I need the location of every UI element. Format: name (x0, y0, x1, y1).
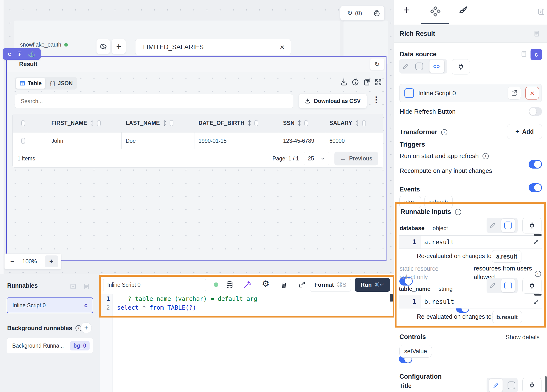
sort-icon[interactable] (247, 120, 252, 126)
run-button[interactable]: Run ⌘↵ (355, 278, 390, 292)
search-input[interactable] (15, 94, 293, 108)
copy-result-icon[interactable] (363, 79, 370, 86)
expression-value[interactable]: a.result (421, 236, 530, 249)
maximize-icon[interactable] (375, 79, 382, 86)
expand-expression-button[interactable] (530, 236, 542, 249)
static-mode-icon[interactable] (402, 63, 409, 70)
delete-script-icon[interactable] (280, 281, 287, 288)
control-chip-setvalue[interactable]: setValue (399, 345, 432, 358)
column-header[interactable]: DATE_OF_BIRTH (198, 120, 245, 126)
result-panel[interactable]: Result ↻ Table { } JSON (6, 56, 386, 261)
toggle-visibility-button[interactable] (96, 39, 110, 54)
expand-expression-button[interactable] (530, 295, 542, 308)
code-line-1[interactable]: -- ? table_name (varchar) = default arg (117, 295, 257, 302)
docs-icon[interactable] (533, 30, 540, 37)
input-expression-editor[interactable]: 1 a.result (399, 235, 542, 249)
info-icon[interactable] (352, 79, 359, 86)
event-chip-start[interactable]: start (399, 196, 421, 208)
script-name-input[interactable] (103, 279, 206, 291)
column-header[interactable]: LAST_NAME (126, 120, 160, 126)
info-icon[interactable]: i (535, 271, 541, 277)
code-line-2[interactable]: select * from TABLE(?) (117, 304, 196, 311)
clear-input-icon[interactable]: × (274, 42, 291, 52)
event-chip-refresh[interactable]: refresh (424, 196, 453, 208)
function-mode-icon-active[interactable] (501, 279, 515, 292)
dependency-chip[interactable]: a.result (492, 250, 521, 263)
move-down-icon[interactable] (16, 51, 22, 57)
settings-gear-icon[interactable]: ⚙ (262, 280, 269, 288)
download-icon[interactable] (340, 79, 348, 86)
sort-icon[interactable] (90, 120, 94, 126)
editor-scrollbar-thumb[interactable] (390, 294, 393, 302)
expand-editor-icon[interactable] (298, 281, 306, 288)
column-header[interactable]: FIRST_NAME (51, 120, 87, 126)
docs-icon[interactable] (83, 283, 90, 290)
connection-label[interactable]: snowflake_oauth (20, 41, 68, 48)
more-options-icon[interactable]: ⋮ (372, 95, 380, 104)
info-icon[interactable]: i (441, 129, 447, 135)
connect-resource-button[interactable] (522, 278, 541, 294)
function-mode-icon[interactable] (415, 62, 423, 70)
info-icon[interactable]: i (455, 209, 461, 215)
previous-page-button[interactable]: ← Previous (335, 152, 378, 165)
tab-components-icon[interactable] (430, 6, 441, 17)
expression-value[interactable]: b.result (421, 295, 530, 308)
zoom-out-button[interactable]: − (10, 257, 14, 265)
table-row[interactable]: John Doe 1990-01-15 123-45-6789 60000 (13, 133, 383, 149)
column-checkbox[interactable] (97, 120, 101, 126)
tab-json[interactable]: { } JSON (46, 78, 76, 88)
refresh-count-button[interactable]: ↻ (0) (340, 10, 369, 16)
anchor-icon[interactable]: ⚓ (28, 51, 35, 57)
sort-icon[interactable] (297, 120, 301, 126)
remove-script-button[interactable]: × (525, 87, 539, 100)
recompute-toggle[interactable] (529, 183, 542, 192)
run-on-start-toggle[interactable] (529, 160, 542, 169)
connect-resource-button[interactable] (452, 59, 470, 74)
open-script-button[interactable] (508, 87, 521, 100)
function-mode-icon-active[interactable] (501, 219, 515, 232)
sort-icon[interactable] (355, 120, 359, 126)
zoom-in-button[interactable]: + (45, 256, 58, 267)
ai-assist-icon[interactable] (243, 281, 251, 289)
function-mode-icon[interactable] (508, 381, 515, 389)
static-mode-icon-active[interactable] (489, 379, 503, 392)
history-button[interactable] (369, 10, 384, 17)
static-mode-icon[interactable] (489, 222, 496, 229)
docs-icon[interactable] (520, 51, 527, 57)
hide-refresh-toggle[interactable] (529, 107, 542, 116)
add-transformer-button[interactable]: + Add (507, 124, 542, 139)
code-mode-icon-active[interactable]: <> (430, 60, 444, 73)
column-checkbox[interactable] (254, 120, 258, 126)
column-checkbox[interactable] (170, 120, 173, 126)
format-button[interactable]: Format ⌘S (310, 278, 351, 292)
column-checkbox[interactable] (304, 120, 308, 126)
tab-add-component[interactable]: + (403, 3, 410, 16)
download-csv-button[interactable]: Download as CSV (299, 94, 367, 108)
column-header[interactable]: SALARY (329, 120, 352, 126)
inline-script-row[interactable]: Inline Script 0 × (399, 84, 542, 102)
row-checkbox[interactable] (21, 138, 25, 144)
runnable-item-selected[interactable]: Inline Script 0 c (7, 297, 93, 313)
connect-resource-button[interactable] (522, 218, 541, 233)
background-runnable-item[interactable]: Background Runna... bg_0 (7, 338, 93, 353)
collapse-panel-icon[interactable] (538, 8, 545, 15)
static-mode-icon[interactable] (489, 282, 496, 289)
sort-icon[interactable] (163, 120, 167, 126)
inspector-scrollbar-thumb[interactable] (545, 376, 547, 392)
result-refresh-button[interactable]: ↻ (370, 59, 384, 70)
add-background-runnable-button[interactable]: + (81, 322, 92, 333)
page-size-select[interactable]: 25 (304, 152, 329, 165)
info-icon[interactable]: i (483, 153, 489, 159)
connect-resource-button[interactable] (522, 378, 541, 392)
table-name-input[interactable] (136, 43, 274, 51)
dependency-chip[interactable]: b.result (492, 311, 522, 323)
collapse-section-icon[interactable] (70, 283, 76, 290)
tab-table[interactable]: Table (16, 78, 45, 88)
column-header[interactable]: SSN (283, 120, 294, 126)
show-details-link[interactable]: Show details (506, 334, 540, 341)
tab-styles-icon[interactable] (458, 6, 468, 16)
input-expression-editor[interactable]: 1 b.result (399, 295, 542, 308)
select-all-checkbox[interactable] (21, 120, 25, 126)
database-icon[interactable] (226, 281, 233, 289)
add-widget-button[interactable]: + (112, 39, 126, 54)
